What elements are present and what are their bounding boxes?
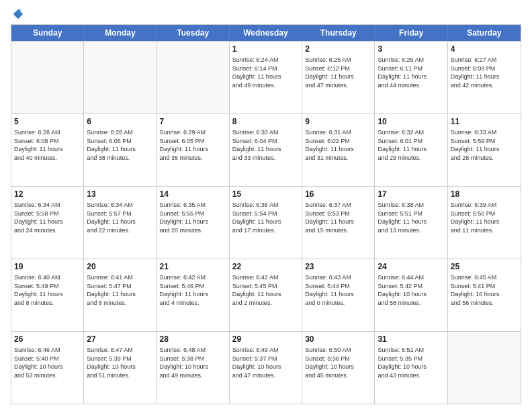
calendar-cell: 27Sunrise: 6:47 AMSunset: 5:39 PMDayligh…	[84, 332, 157, 404]
page: SundayMondayTuesdayWednesdayThursdayFrid…	[0, 0, 532, 411]
cell-info: Sunrise: 6:41 AMSunset: 5:47 PMDaylight:…	[87, 273, 153, 307]
calendar-body: 1Sunrise: 6:24 AMSunset: 6:14 PMDaylight…	[11, 41, 521, 404]
cell-date-number: 2	[305, 44, 371, 54]
calendar-cell: 29Sunrise: 6:49 AMSunset: 5:37 PMDayligh…	[230, 332, 302, 404]
cell-info: Sunrise: 6:25 AMSunset: 6:12 PMDaylight:…	[305, 56, 371, 89]
calendar-row-3: 19Sunrise: 6:40 AMSunset: 5:49 PMDayligh…	[11, 259, 521, 331]
cell-date-number: 4	[451, 44, 518, 54]
header-day-monday: Monday	[84, 25, 157, 41]
calendar-cell	[157, 42, 230, 113]
calendar-row-0: 1Sunrise: 6:24 AMSunset: 6:14 PMDaylight…	[11, 41, 521, 113]
cell-date-number: 5	[14, 116, 81, 127]
calendar-cell: 28Sunrise: 6:48 AMSunset: 5:38 PMDayligh…	[157, 332, 230, 404]
calendar-cell: 24Sunrise: 6:44 AMSunset: 5:42 PMDayligh…	[375, 259, 447, 331]
cell-info: Sunrise: 6:48 AMSunset: 5:38 PMDaylight:…	[160, 346, 226, 379]
cell-date-number: 31	[378, 334, 444, 345]
header-day-saturday: Saturday	[448, 25, 521, 41]
cell-date-number: 1	[232, 44, 299, 54]
header-day-friday: Friday	[375, 25, 447, 41]
cell-date-number: 14	[160, 189, 226, 199]
cell-date-number: 10	[378, 116, 444, 127]
calendar-cell: 15Sunrise: 6:36 AMSunset: 5:54 PMDayligh…	[230, 187, 302, 259]
calendar-cell: 5Sunrise: 6:28 AMSunset: 6:08 PMDaylight…	[11, 114, 84, 186]
calendar-cell	[448, 332, 521, 404]
header-day-sunday: Sunday	[11, 25, 84, 41]
calendar-cell: 16Sunrise: 6:37 AMSunset: 5:53 PMDayligh…	[302, 187, 375, 259]
calendar-cell: 13Sunrise: 6:34 AMSunset: 5:57 PMDayligh…	[84, 187, 157, 259]
calendar-cell: 25Sunrise: 6:45 AMSunset: 5:41 PMDayligh…	[448, 259, 521, 331]
cell-info: Sunrise: 6:46 AMSunset: 5:40 PMDaylight:…	[14, 346, 81, 379]
cell-info: Sunrise: 6:44 AMSunset: 5:42 PMDaylight:…	[378, 273, 444, 307]
calendar-cell: 23Sunrise: 6:43 AMSunset: 5:44 PMDayligh…	[302, 259, 375, 331]
cell-date-number: 7	[160, 116, 226, 127]
cell-date-number: 9	[305, 116, 371, 127]
cell-date-number: 12	[14, 189, 81, 199]
calendar-cell: 18Sunrise: 6:39 AMSunset: 5:50 PMDayligh…	[448, 187, 521, 259]
cell-info: Sunrise: 6:33 AMSunset: 5:59 PMDaylight:…	[451, 128, 518, 162]
logo-icon	[12, 8, 24, 20]
cell-date-number: 26	[14, 334, 81, 345]
cell-date-number: 16	[305, 189, 371, 199]
calendar-cell: 14Sunrise: 6:35 AMSunset: 5:55 PMDayligh…	[157, 187, 230, 259]
cell-date-number: 18	[451, 189, 518, 199]
cell-info: Sunrise: 6:36 AMSunset: 5:54 PMDaylight:…	[232, 201, 299, 234]
calendar-row-2: 12Sunrise: 6:34 AMSunset: 5:58 PMDayligh…	[11, 186, 521, 259]
cell-info: Sunrise: 6:38 AMSunset: 5:51 PMDaylight:…	[378, 201, 444, 234]
cell-date-number: 6	[87, 116, 153, 127]
calendar-cell: 30Sunrise: 6:50 AMSunset: 5:36 PMDayligh…	[302, 332, 375, 404]
header-day-tuesday: Tuesday	[157, 25, 230, 41]
cell-date-number: 21	[160, 261, 226, 272]
cell-date-number: 19	[14, 261, 81, 272]
cell-info: Sunrise: 6:37 AMSunset: 5:53 PMDaylight:…	[305, 201, 371, 234]
cell-info: Sunrise: 6:27 AMSunset: 6:09 PMDaylight:…	[451, 56, 518, 89]
logo	[11, 8, 24, 20]
cell-info: Sunrise: 6:34 AMSunset: 5:58 PMDaylight:…	[14, 201, 81, 234]
calendar-header: SundayMondayTuesdayWednesdayThursdayFrid…	[11, 25, 521, 41]
cell-info: Sunrise: 6:49 AMSunset: 5:37 PMDaylight:…	[232, 346, 299, 379]
calendar-cell: 12Sunrise: 6:34 AMSunset: 5:58 PMDayligh…	[11, 187, 84, 259]
header	[11, 8, 521, 20]
calendar-row-4: 26Sunrise: 6:46 AMSunset: 5:40 PMDayligh…	[11, 331, 521, 404]
cell-info: Sunrise: 6:31 AMSunset: 6:02 PMDaylight:…	[305, 128, 371, 162]
cell-info: Sunrise: 6:45 AMSunset: 5:41 PMDaylight:…	[451, 273, 518, 307]
cell-info: Sunrise: 6:30 AMSunset: 6:04 PMDaylight:…	[232, 128, 299, 162]
header-day-thursday: Thursday	[302, 25, 375, 41]
cell-info: Sunrise: 6:28 AMSunset: 6:08 PMDaylight:…	[14, 128, 81, 162]
cell-info: Sunrise: 6:26 AMSunset: 6:11 PMDaylight:…	[378, 56, 444, 89]
cell-date-number: 15	[232, 189, 299, 199]
calendar-cell: 26Sunrise: 6:46 AMSunset: 5:40 PMDayligh…	[11, 332, 84, 404]
cell-date-number: 29	[232, 334, 299, 345]
cell-info: Sunrise: 6:35 AMSunset: 5:55 PMDaylight:…	[160, 201, 226, 234]
calendar-cell: 21Sunrise: 6:42 AMSunset: 5:46 PMDayligh…	[157, 259, 230, 331]
calendar-cell: 31Sunrise: 6:51 AMSunset: 5:35 PMDayligh…	[375, 332, 447, 404]
calendar-cell: 19Sunrise: 6:40 AMSunset: 5:49 PMDayligh…	[11, 259, 84, 331]
calendar-cell: 1Sunrise: 6:24 AMSunset: 6:14 PMDaylight…	[230, 42, 302, 113]
cell-info: Sunrise: 6:29 AMSunset: 6:05 PMDaylight:…	[160, 128, 226, 162]
calendar-cell: 10Sunrise: 6:32 AMSunset: 6:01 PMDayligh…	[375, 114, 447, 186]
calendar-cell: 8Sunrise: 6:30 AMSunset: 6:04 PMDaylight…	[230, 114, 302, 186]
cell-date-number: 30	[305, 334, 371, 345]
cell-date-number: 13	[87, 189, 153, 199]
cell-info: Sunrise: 6:34 AMSunset: 5:57 PMDaylight:…	[87, 201, 153, 234]
cell-date-number: 25	[451, 261, 518, 272]
cell-date-number: 20	[87, 261, 153, 272]
cell-info: Sunrise: 6:24 AMSunset: 6:14 PMDaylight:…	[232, 56, 299, 89]
calendar-cell: 9Sunrise: 6:31 AMSunset: 6:02 PMDaylight…	[302, 114, 375, 186]
cell-date-number: 23	[305, 261, 371, 272]
calendar-cell: 2Sunrise: 6:25 AMSunset: 6:12 PMDaylight…	[302, 42, 375, 113]
cell-info: Sunrise: 6:39 AMSunset: 5:50 PMDaylight:…	[451, 201, 518, 234]
calendar-cell: 6Sunrise: 6:28 AMSunset: 6:06 PMDaylight…	[84, 114, 157, 186]
calendar-cell: 11Sunrise: 6:33 AMSunset: 5:59 PMDayligh…	[448, 114, 521, 186]
cell-info: Sunrise: 6:28 AMSunset: 6:06 PMDaylight:…	[87, 128, 153, 162]
cell-info: Sunrise: 6:50 AMSunset: 5:36 PMDaylight:…	[305, 346, 371, 379]
cell-info: Sunrise: 6:43 AMSunset: 5:44 PMDaylight:…	[305, 273, 371, 307]
cell-date-number: 22	[232, 261, 299, 272]
calendar-cell: 7Sunrise: 6:29 AMSunset: 6:05 PMDaylight…	[157, 114, 230, 186]
calendar-row-1: 5Sunrise: 6:28 AMSunset: 6:08 PMDaylight…	[11, 113, 521, 186]
calendar-cell: 17Sunrise: 6:38 AMSunset: 5:51 PMDayligh…	[375, 187, 447, 259]
cell-date-number: 27	[87, 334, 153, 345]
calendar: SundayMondayTuesdayWednesdayThursdayFrid…	[11, 24, 521, 404]
cell-date-number: 3	[378, 44, 444, 54]
calendar-cell	[84, 42, 157, 113]
cell-date-number: 17	[378, 189, 444, 199]
